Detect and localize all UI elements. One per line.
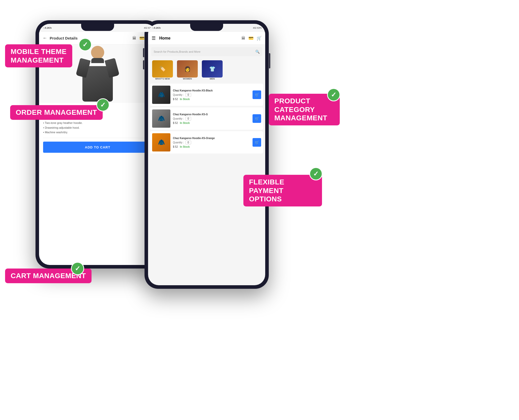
right-cart-icon[interactable]: 🛒 — [257, 36, 262, 41]
product-card-1: 🧥 Chaz Kangaroo Hoodie-XS-Black Quantity… — [150, 84, 263, 106]
qty-val-2: 0 — [185, 117, 191, 121]
hamburger-icon[interactable]: ☰ — [152, 35, 156, 41]
model-head — [91, 46, 104, 59]
product-list: 🧥 Chaz Kangaroo Hoodie-XS-Black Quantity… — [148, 84, 265, 154]
add-to-cart-btn-2[interactable]: 🛒 — [253, 114, 261, 123]
product-description: • Two-tone gray heather hoodie. • Drawst… — [43, 121, 152, 135]
battery-right: 4Gi 63% — [253, 27, 262, 29]
product-price-2: $ 52 — [173, 122, 178, 124]
search-bar[interactable]: Search for Products,Brands and More 🔍 — [151, 47, 262, 56]
left-topbar: ← Product Details 🏛 💳 70 — [39, 32, 156, 45]
product-details-title: Product Details — [50, 36, 132, 40]
order-management-label: ORDER MANAGEMENT — [16, 108, 97, 116]
category-women-label: WOMEN — [183, 78, 192, 80]
product-card-2: 🧥 Chaz Kangaroo Hoodie-XS-G Quantity : 0… — [150, 107, 263, 130]
product-price-1: $ 52 — [173, 98, 178, 101]
mobile-theme-check: ✓ — [79, 38, 92, 51]
right-notch — [190, 24, 223, 31]
back-arrow-icon[interactable]: ← — [43, 35, 47, 41]
in-stock-3: In Stock — [180, 145, 190, 148]
mobile-theme-line1: MOBILE THEME — [11, 48, 67, 55]
right-topbar-icons: 🏛 💳 🛒 — [241, 36, 262, 41]
product-price-row-2: $ 52 In Stock — [173, 122, 250, 124]
qty-label-2: Quantity : — [173, 117, 184, 120]
category-women[interactable]: 👩 WOMEN — [176, 60, 199, 80]
product-thumb-orange: 🧥 — [152, 133, 170, 151]
product-cat-line1: PRODUCT CATEGORY — [274, 97, 315, 113]
mobile-theme-line2: MANAGEMENT — [11, 56, 64, 64]
product-price-row-3: $ 52 In Stock — [173, 145, 250, 148]
signal-left: ↑↓0.1K/s — [43, 27, 52, 29]
mobile-theme-badge: MOBILE THEME MANAGEMENT — [5, 44, 72, 67]
flexible-line2: OPTIONS — [249, 195, 282, 203]
right-bank-icon[interactable]: 🏛 — [241, 36, 245, 41]
category-women-img: 👩 — [177, 60, 198, 78]
product-info-1: Chaz Kangaroo Hoodie-XS-Black Quantity :… — [173, 89, 250, 101]
qty-val-3: 0 — [185, 141, 191, 144]
search-icon[interactable]: 🔍 — [255, 50, 260, 54]
signal-right: ↑↓0.1K/s — [152, 27, 161, 29]
product-info-2: Chaz Kangaroo Hoodie-XS-G Quantity : 0 $… — [173, 113, 250, 124]
category-whats-new[interactable]: 🏷️ WHAT'S NEW — [151, 60, 174, 80]
flexible-payment-badge: FLEXIBLE PAYMENT OPTIONS — [243, 175, 322, 206]
category-men-label: MEN — [210, 78, 215, 80]
add-to-cart-button[interactable]: ADD TO CART — [43, 142, 152, 153]
product-qty-row-1: Quantity : 0 — [173, 93, 250, 97]
category-men[interactable]: 👕 MEN — [201, 60, 224, 80]
product-category-check: ✓ — [327, 88, 340, 101]
hoodie-hood — [91, 58, 104, 63]
flexible-line1: FLEXIBLE PAYMENT — [249, 178, 284, 195]
qty-val-1: 0 — [185, 93, 191, 97]
product-thumb-black: 🧥 — [152, 86, 170, 104]
right-power-button[interactable] — [269, 53, 270, 68]
qty-label-1: Quantity : — [173, 93, 184, 96]
right-phone-screen: ↑↓0.1K/s 4Gi 63% ☰ Home 🏛 💳 🛒 Search for… — [148, 24, 265, 285]
desc-line-2: • Drawstring-adjustable hood. — [43, 125, 152, 130]
right-screen-content: ☰ Home 🏛 💳 🛒 Search for Products,Brands … — [148, 32, 265, 285]
flexible-payment-check: ✓ — [309, 167, 323, 180]
add-to-cart-btn-3[interactable]: 🛒 — [253, 138, 261, 147]
order-management-check: ✓ — [96, 98, 110, 111]
add-to-cart-btn-1[interactable]: 🛒 — [253, 90, 261, 99]
desc-line-1: • Two-tone gray heather hoodie. — [43, 121, 152, 125]
product-image — [77, 46, 118, 102]
card-icon[interactable]: 💳 — [139, 36, 145, 41]
divider — [43, 138, 152, 138]
desc-line-3: • Machine wash/dry. — [43, 130, 152, 135]
home-title: Home — [159, 36, 241, 41]
right-card-icon[interactable]: 💳 — [248, 36, 254, 41]
product-name-1: Chaz Kangaroo Hoodie-XS-Black — [173, 89, 250, 92]
qty-label-3: Quantity : — [173, 141, 184, 144]
category-whats-new-label: WHAT'S NEW — [155, 78, 170, 80]
product-price-3: $ 52 — [173, 145, 178, 148]
bank-icon[interactable]: 🏛 — [132, 36, 136, 41]
product-thumb-gray: 🧥 — [152, 109, 170, 128]
notch — [81, 24, 114, 31]
product-cat-line2: MANAGEMENT — [274, 114, 327, 122]
right-phone: ↑↓0.1K/s 4Gi 63% ☰ Home 🏛 💳 🛒 Search for… — [145, 20, 269, 289]
right-volume-up-button[interactable] — [143, 48, 144, 57]
search-placeholder: Search for Products,Brands and More — [154, 50, 255, 53]
product-qty-row-3: Quantity : 0 — [173, 141, 250, 144]
product-info-3: Chaz Kangaroo Hoodie-XS-Orange Quantity … — [173, 137, 250, 148]
categories-row: 🏷️ WHAT'S NEW 👩 WOMEN 👕 MEN — [148, 59, 265, 82]
product-name-2: Chaz Kangaroo Hoodie-XS-G — [173, 113, 250, 116]
category-whats-new-img: 🏷️ — [152, 60, 173, 78]
category-men-img: 👕 — [202, 60, 223, 78]
order-management-badge: ORDER MANAGEMENT — [10, 105, 103, 120]
product-qty-row-2: Quantity : 0 — [173, 117, 250, 121]
product-card-3: 🧥 Chaz Kangaroo Hoodie-XS-Orange Quantit… — [150, 131, 263, 154]
cart-management-check: ✓ — [71, 262, 84, 275]
product-name-3: Chaz Kangaroo Hoodie-XS-Orange — [173, 137, 250, 140]
right-topbar: ☰ Home 🏛 💳 🛒 — [148, 32, 265, 45]
right-volume-down-button[interactable] — [143, 60, 144, 69]
product-price-row-1: $ 52 In Stock — [173, 98, 250, 101]
in-stock-2: In Stock — [180, 122, 190, 124]
in-stock-1: In Stock — [180, 98, 190, 101]
